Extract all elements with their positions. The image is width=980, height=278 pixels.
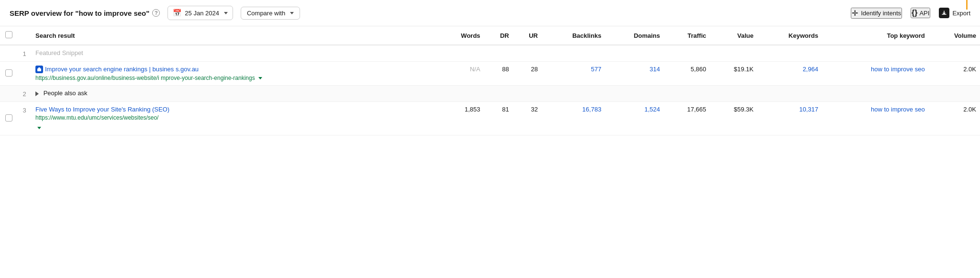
result-url-link-3[interactable]: https://www.mtu.edu/umc/services/website…: [35, 114, 158, 121]
api-button[interactable]: {} API: [911, 8, 930, 18]
result-cell-1: Improve your search engine rankings | bu…: [32, 62, 437, 86]
crosshair-icon: ✛: [852, 9, 858, 18]
top-keyword-link[interactable]: how to improve seo: [871, 66, 925, 73]
value-header[interactable]: Value: [710, 26, 757, 45]
expand-icon[interactable]: [35, 91, 39, 96]
compare-with-button[interactable]: Compare with: [241, 7, 300, 20]
dr-cell-3: 81: [484, 102, 513, 135]
orange-arrow: [963, 0, 970, 10]
date-picker-button[interactable]: 📅 25 Jan 2024: [167, 6, 233, 20]
domains-link-3[interactable]: 1,524: [645, 106, 660, 113]
row-num-2: 2: [17, 86, 32, 102]
words-cell-1: N/A: [437, 62, 484, 86]
chevron-down-icon: [224, 12, 228, 14]
calendar-icon: 📅: [173, 9, 182, 17]
dr-cell-1: 88: [484, 62, 513, 86]
row-num-empty: [17, 62, 32, 86]
num-header: [17, 26, 32, 45]
people-also-ask-row: 2 People also ask: [0, 86, 980, 102]
top-keyword-header[interactable]: Top keyword: [822, 26, 929, 45]
page-title: SERP overview for "how to improve seo" ?: [10, 9, 160, 17]
people-also-ask-label: People also ask: [44, 89, 88, 97]
volume-cell-1: 2.0K: [929, 62, 980, 86]
ur-header[interactable]: UR: [513, 26, 542, 45]
featured-snippet-header-row: 1 Featured Snippet: [0, 45, 980, 62]
domains-header[interactable]: Domains: [605, 26, 664, 45]
table-header-row: Search result Words DR UR Backlinks Doma…: [0, 26, 980, 45]
row-checkbox[interactable]: [5, 69, 12, 77]
checkbox-header[interactable]: [0, 26, 17, 45]
backlinks-link-3[interactable]: 16,783: [582, 106, 601, 113]
paa-checkbox-cell: [0, 86, 17, 102]
arrow-container: ✛ Identify intents: [851, 8, 902, 19]
empty-checkbox-cell: [0, 45, 17, 62]
top-keyword-link-3[interactable]: how to improve seo: [871, 106, 925, 113]
dr-header[interactable]: DR: [484, 26, 513, 45]
api-icon: {}: [912, 9, 917, 17]
result-cell-3: Five Ways to Improve your Site's Ranking…: [32, 102, 437, 135]
svg-rect-1: [38, 67, 40, 69]
header-actions: ✛ Identify intents {} API Export: [851, 8, 970, 19]
ur-cell-3: 32: [513, 102, 542, 135]
value-cell-1: $19.1K: [710, 62, 757, 86]
result-block-3: Five Ways to Improve your Site's Ranking…: [35, 106, 434, 131]
keywords-header[interactable]: Keywords: [757, 26, 822, 45]
domains-link[interactable]: 314: [650, 66, 660, 73]
result-favicon-icon: [35, 66, 43, 73]
traffic-cell-3: 17,665: [664, 102, 710, 135]
export-icon: [939, 8, 949, 18]
result-url-link[interactable]: https://business.gov.au/online/business-…: [35, 75, 255, 81]
domains-cell-3[interactable]: 1,524: [605, 102, 664, 135]
backlinks-cell-3[interactable]: 16,783: [542, 102, 605, 135]
result-title-line-3: Five Ways to Improve your Site's Ranking…: [35, 106, 434, 113]
backlinks-header[interactable]: Backlinks: [542, 26, 605, 45]
help-icon[interactable]: ?: [152, 9, 160, 17]
ur-cell-1: 28: [513, 62, 542, 86]
result-title-link-3[interactable]: Five Ways to Improve your Site's Ranking…: [35, 106, 169, 113]
table-row: 3 Five Ways to Improve your Site's Ranki…: [0, 102, 980, 135]
search-result-header: Search result: [32, 26, 437, 45]
featured-snippet-label: Featured Snippet: [32, 45, 437, 62]
table-row: Improve your search engine rankings | bu…: [0, 62, 980, 86]
identify-intents-button[interactable]: ✛ Identify intents: [851, 8, 902, 19]
select-all-checkbox[interactable]: [5, 31, 12, 38]
serp-table-container: Search result Words DR UR Backlinks Doma…: [0, 26, 980, 135]
url-dropdown-arrow[interactable]: [258, 77, 262, 79]
export-container: Export: [939, 8, 970, 18]
row-num-3: 3: [17, 102, 32, 135]
url-dropdown-arrow-3[interactable]: [37, 127, 41, 129]
result-block: Improve your search engine rankings | bu…: [35, 66, 434, 81]
top-keyword-cell-3[interactable]: how to improve seo: [822, 102, 929, 135]
domains-cell-1[interactable]: 314: [605, 62, 664, 86]
row-checkbox-cell[interactable]: [0, 62, 17, 86]
traffic-header[interactable]: Traffic: [664, 26, 710, 45]
words-cell-3: 1,853: [437, 102, 484, 135]
value-cell-3: $59.3K: [710, 102, 757, 135]
row-checkbox-3[interactable]: [5, 114, 12, 122]
keywords-link[interactable]: 2,964: [802, 66, 818, 73]
keywords-cell-1[interactable]: 2,964: [757, 62, 822, 86]
traffic-cell-1: 5,860: [664, 62, 710, 86]
result-url-3[interactable]: https://www.mtu.edu/umc/services/website…: [35, 114, 434, 121]
row-checkbox-cell-3[interactable]: [0, 102, 17, 135]
keywords-link-3[interactable]: 10,317: [799, 106, 818, 113]
result-url[interactable]: https://business.gov.au/online/business-…: [35, 74, 434, 81]
volume-header[interactable]: Volume: [929, 26, 980, 45]
people-also-ask-cell[interactable]: People also ask: [32, 86, 437, 102]
result-title-link[interactable]: Improve your search engine rankings | bu…: [45, 66, 199, 73]
backlinks-link[interactable]: 577: [591, 66, 601, 73]
result-dropdown-3[interactable]: [35, 124, 434, 131]
arrow-line: [966, 0, 968, 10]
chevron-down-icon: [290, 12, 294, 14]
words-header[interactable]: Words: [437, 26, 484, 45]
volume-cell-3: 2.0K: [929, 102, 980, 135]
backlinks-cell-1[interactable]: 577: [542, 62, 605, 86]
top-keyword-cell-1[interactable]: how to improve seo: [822, 62, 929, 86]
serp-table: Search result Words DR UR Backlinks Doma…: [0, 26, 980, 135]
result-title-line: Improve your search engine rankings | bu…: [35, 66, 434, 73]
keywords-cell-3[interactable]: 10,317: [757, 102, 822, 135]
page-header: SERP overview for "how to improve seo" ?…: [0, 0, 980, 26]
row-num-1: 1: [17, 45, 32, 62]
